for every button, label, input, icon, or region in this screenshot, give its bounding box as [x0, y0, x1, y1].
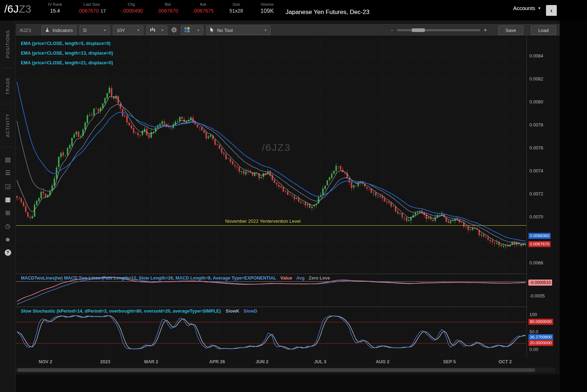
price-axis-label: 0.0072	[529, 192, 543, 197]
quote-field-last-size: Last Size.006767017	[78, 2, 106, 20]
chart-icon[interactable]: ▦	[4, 196, 12, 203]
price-level-annotation[interactable]: November 2022 Yentervention Level	[225, 218, 301, 224]
collapsed-right-panel	[560, 20, 587, 392]
candlestick-icon	[150, 27, 155, 33]
time-axis-label: SEP 5	[443, 359, 456, 364]
people-icon[interactable]: ☻	[4, 236, 12, 243]
chart-scrollbar[interactable]	[16, 368, 555, 373]
price-bubble: 0.0068360	[528, 233, 551, 239]
time-axis-label: 2023	[100, 359, 110, 364]
time-axis-label: JUN 2	[256, 359, 268, 364]
list-icon[interactable]: ☰	[4, 170, 12, 177]
monitor-icon[interactable]: ▤	[4, 156, 12, 163]
macd-value-label: Value	[281, 276, 292, 281]
quote-field-label: Chg	[128, 2, 135, 6]
stochastic-canvas[interactable]	[16, 307, 527, 358]
quote-field-label: Bid	[165, 2, 170, 6]
orders-icon[interactable]: ◲	[4, 183, 12, 190]
price-bubble: 0.0067670	[528, 241, 551, 247]
price-axis-label: 0.0070	[529, 215, 543, 220]
chart-style-dropdown[interactable]: ▼	[146, 26, 167, 35]
price-axis-label: 0.0080	[529, 100, 543, 105]
time-axis-label: APR 26	[209, 359, 225, 364]
ema13-label[interactable]: EMA (price=CLOSE, length=13, displace=0)	[21, 49, 113, 58]
macd-study-label[interactable]: MACDTwoLines(tw) MACD Two Lines (Fast Le…	[21, 276, 330, 281]
quote-field-iv-rank: IV Rank15.4	[47, 2, 63, 20]
accounts-dropdown[interactable]: Accounts ▼	[513, 5, 541, 11]
chart-settings-button[interactable]	[170, 26, 178, 35]
grid-layout-dropdown[interactable]: ▼	[181, 26, 203, 35]
sidebar-divider	[3, 104, 13, 104]
drawing-tool-dropdown[interactable]: No Tool ▼	[206, 26, 270, 35]
price-axis-label: 0.0078	[529, 123, 543, 128]
time-axis-label: AUG 2	[376, 359, 389, 364]
zoom-control: - +	[391, 27, 487, 33]
price-bubble: 80.0000000	[528, 319, 553, 325]
load-button[interactable]: Load	[531, 26, 556, 35]
collapse-panel-button[interactable]: ‹	[546, 5, 557, 16]
sidebar-tab-trade[interactable]: TRADE	[5, 72, 10, 100]
symbol-display: /6J Z3	[4, 0, 47, 20]
ema21-label[interactable]: EMA (price=CLOSE, length=21, displace=0)	[21, 58, 113, 68]
clock-icon[interactable]: ◷	[4, 223, 12, 230]
cursor-icon	[210, 27, 214, 33]
ema5-label[interactable]: EMA (price=CLOSE, length=5, displace=0)	[21, 39, 113, 49]
grid-icon[interactable]: ⊞	[4, 209, 12, 217]
quote-field-chg: Chg-.0000490	[120, 2, 143, 20]
timeframe-dropdown[interactable]: D ▼	[79, 26, 110, 35]
quote-fields: IV Rank15.4Last Size.006767017Chg-.00004…	[47, 0, 276, 20]
symbol-input[interactable]: /6JZ3	[19, 28, 38, 33]
toolbar-gap	[16, 20, 560, 24]
gear-icon	[171, 27, 177, 34]
sidebar-tab-positions[interactable]: POSITIONS	[5, 25, 10, 63]
range-value: 10Y	[117, 28, 125, 33]
study-labels: EMA (price=CLOSE, length=5, displace=0) …	[21, 39, 113, 68]
quote-field-value: 51x28	[229, 8, 243, 14]
chevron-down-icon: ▼	[161, 29, 164, 32]
chevron-down-icon: ▼	[137, 29, 140, 32]
zoom-out-button[interactable]: -	[391, 27, 393, 33]
price-axis-label: 0.0082	[529, 77, 543, 82]
indicators-button[interactable]: Indicators	[41, 26, 76, 35]
zoom-slider-thumb[interactable]	[412, 28, 425, 32]
instrument-title: Japanese Yen Futures, Dec-23	[286, 9, 369, 16]
bottom-filler	[16, 375, 560, 392]
quote-field-label: Size	[232, 2, 240, 6]
price-canvas[interactable]	[16, 36, 527, 273]
quote-field-label: Volume	[260, 2, 274, 6]
slowd-label: SlowD	[244, 309, 257, 314]
price-axis[interactable]: 0.00840.00820.00800.00780.00760.00740.00…	[527, 36, 560, 358]
zoom-in-button[interactable]: +	[484, 27, 487, 33]
flask-icon	[45, 27, 50, 33]
quote-field-size: Size51x28	[228, 2, 245, 20]
left-sidebar: POSITIONSTRADEACTIVITY▤☰◲▦⊞◷☻?	[0, 20, 16, 392]
price-axis-label: 0.0066	[529, 260, 543, 266]
stoch-axis-label: 0.00	[529, 347, 538, 352]
symbol-root: /6J	[4, 3, 19, 15]
stochastic-study-label[interactable]: Slow Stochastic (kPeriod=14, dPeriod=3, …	[21, 309, 257, 314]
chart-scrollbar-thumb[interactable]	[17, 368, 535, 372]
chart-area: EMA (price=CLOSE, length=5, displace=0) …	[16, 36, 560, 375]
chevron-down-icon: ▼	[264, 29, 267, 32]
stoch-axis-label: 100	[529, 312, 537, 317]
timeframe-value: D	[83, 28, 86, 33]
chevron-down-icon: ▼	[538, 6, 541, 10]
price-bubble: -0.0000510	[528, 280, 552, 286]
range-dropdown[interactable]: 10Y ▼	[113, 26, 143, 35]
quote-field-label: Last Size	[83, 2, 100, 6]
save-button[interactable]: Save	[498, 26, 523, 35]
quote-field-value: .0067675	[192, 8, 213, 14]
quote-field-label: Ask	[200, 2, 206, 6]
quote-field-bid: Bid.0067670	[157, 2, 178, 20]
quote-field-value: -.0000490	[120, 8, 143, 14]
slowk-label: SlowK	[226, 309, 239, 314]
sidebar-tab-activity[interactable]: ACTIVITY	[5, 109, 10, 142]
time-axis[interactable]: NOV 22023MAR 2APR 26JUN 2JUL 3AUG 2SEP 5…	[16, 358, 527, 367]
zoom-slider[interactable]	[397, 29, 480, 31]
help-icon[interactable]: ?	[5, 249, 11, 256]
sidebar-divider	[3, 68, 13, 68]
grid-layout-icon	[185, 27, 190, 33]
quote-field-value: 109K	[260, 8, 274, 14]
time-axis-label: MAR 2	[144, 359, 158, 364]
chart-toolbar: /6JZ3 Indicators D ▼ 10Y ▼ ▼	[16, 24, 560, 36]
